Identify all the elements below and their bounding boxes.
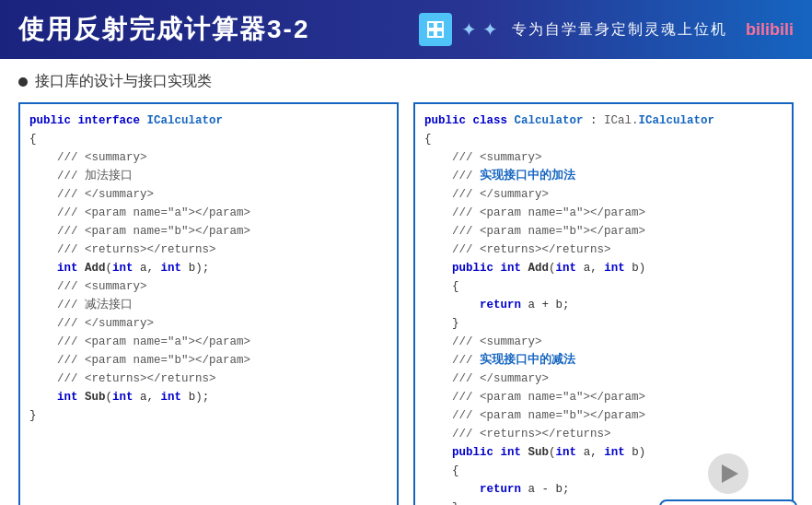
code-line: /// <returns></returns>	[424, 425, 783, 443]
left-code-panel: public interface ICalculator { /// <summ…	[18, 102, 399, 505]
code-line: /// <param name="a"></param>	[424, 204, 783, 222]
code-line: public int Add(int a, int b)	[424, 259, 783, 277]
expand-icon[interactable]	[419, 13, 452, 46]
svg-rect-3	[436, 30, 443, 37]
code-line: int Add(int a, int b);	[29, 259, 388, 277]
code-line: /// <param name="b"></param>	[424, 406, 783, 425]
section-title: 接口库的设计与接口实现类	[18, 72, 794, 91]
code-line: /// <param name="a"></param>	[424, 388, 783, 406]
code-line: /// <returns></returns>	[29, 241, 388, 259]
page-title: 使用反射完成计算器3-2	[18, 12, 309, 47]
code-line: /// </summary>	[424, 185, 783, 204]
code-line: /// 加法接口	[29, 167, 388, 185]
code-line: public interface ICalculator	[29, 112, 388, 130]
header-right: ✦ ✦ 专为自学量身定制灵魂上位机 bilibili	[419, 13, 794, 46]
code-line: /// <summary>	[424, 148, 783, 167]
code-line: /// 实现接口中的加法	[424, 167, 783, 185]
logo-area: ★ 喜科堂互联教育 xiketang.com	[659, 453, 797, 505]
svg-rect-1	[436, 22, 443, 29]
section-title-text: 接口库的设计与接口实现类	[35, 72, 212, 91]
code-line: public class Calculator : ICal.ICalculat…	[424, 112, 783, 130]
code-line: }	[424, 314, 783, 333]
sparkle-icon: ✦ ✦	[461, 18, 498, 41]
code-line: /// <summary>	[424, 333, 783, 351]
bullet-icon	[18, 77, 28, 87]
svg-rect-0	[428, 22, 435, 29]
app-container: 使用反射完成计算器3-2 ✦ ✦ 专为自学量身定制灵魂上位机 bilibili …	[0, 0, 812, 505]
code-line: /// <param name="a"></param>	[29, 333, 388, 351]
right-code-panel: public class Calculator : ICal.ICalculat…	[413, 102, 794, 505]
code-line: /// 实现接口中的减法	[424, 351, 783, 370]
code-line: {	[29, 130, 388, 148]
play-button[interactable]	[708, 453, 748, 494]
slogan-text: 专为自学量身定制灵魂上位机	[512, 20, 727, 40]
code-line: /// <param name="a"></param>	[29, 204, 388, 222]
code-line: /// <returns></returns>	[424, 241, 783, 259]
brand-logo: ★ 喜科堂互联教育 xiketang.com	[659, 499, 797, 505]
code-line: /// </summary>	[424, 370, 783, 388]
code-panels: public interface ICalculator { /// <summ…	[18, 102, 794, 505]
code-line: /// <param name="b"></param>	[29, 351, 388, 370]
main-content: 接口库的设计与接口实现类 public interface ICalculato…	[0, 59, 812, 505]
code-line: /// <returns></returns>	[29, 370, 388, 388]
code-line: /// </summary>	[29, 185, 388, 204]
svg-rect-2	[428, 30, 435, 37]
code-line: {	[424, 277, 783, 296]
code-line: /// 减法接口	[29, 296, 388, 314]
code-line: /// <summary>	[29, 148, 388, 167]
code-line: int Sub(int a, int b);	[29, 388, 388, 406]
bilibili-logo: bilibili	[746, 20, 794, 40]
code-line: /// <param name="b"></param>	[29, 222, 388, 241]
code-line: {	[424, 130, 783, 148]
header: 使用反射完成计算器3-2 ✦ ✦ 专为自学量身定制灵魂上位机 bilibili	[0, 0, 812, 59]
code-line: }	[29, 406, 388, 425]
code-line: /// <summary>	[29, 277, 388, 296]
code-line: /// <param name="b"></param>	[424, 222, 783, 241]
code-line: return a + b;	[424, 296, 783, 314]
code-line: /// </summary>	[29, 314, 388, 333]
